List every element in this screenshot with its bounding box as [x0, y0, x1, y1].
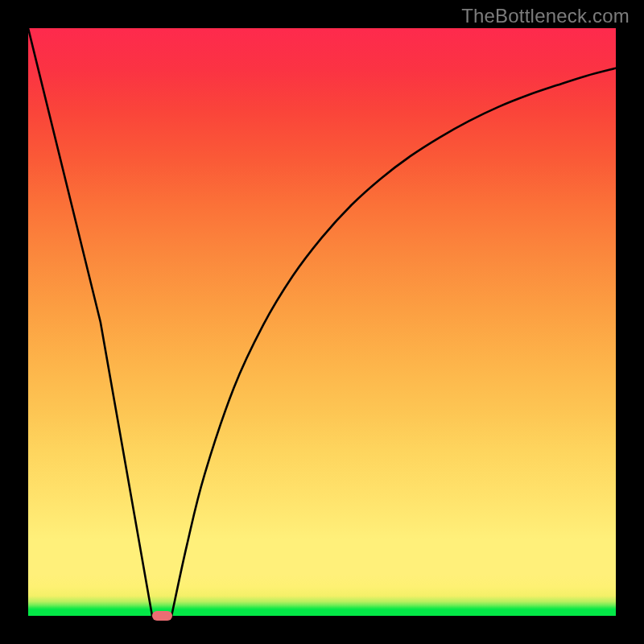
plot-area: [28, 28, 616, 616]
chart-frame: TheBottleneck.com: [0, 0, 644, 644]
bottleneck-marker: [152, 611, 173, 621]
curve-layer: [28, 28, 616, 616]
watermark-text: TheBottleneck.com: [461, 5, 630, 27]
series-left-branch: [28, 28, 152, 616]
series-right-branch: [171, 68, 616, 616]
